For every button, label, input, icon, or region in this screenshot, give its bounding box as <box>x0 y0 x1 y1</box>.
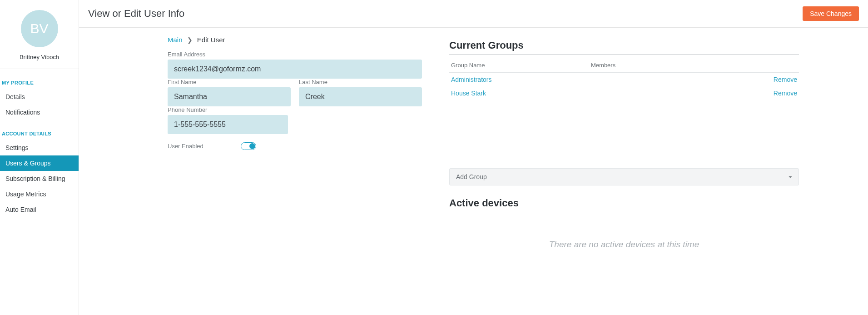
email-field[interactable] <box>168 60 422 79</box>
active-devices-title: Active devices <box>449 194 799 209</box>
sidebar-item-settings[interactable]: Settings <box>0 140 79 155</box>
breadcrumb-current: Edit User <box>197 36 225 44</box>
sidebar-item-users-groups[interactable]: Users & Groups <box>0 155 79 171</box>
add-group-label: Add Group <box>456 173 487 180</box>
sidebar-item-usage-metrics[interactable]: Usage Metrics <box>0 186 79 202</box>
group-link[interactable]: House Stark <box>451 90 486 97</box>
sidebar-item-subscription-billing[interactable]: Subscription & Billing <box>0 171 79 186</box>
sidebar-item-details[interactable]: Details <box>0 89 79 105</box>
toggle-knob-icon <box>249 143 255 149</box>
avatar: BV <box>21 10 58 47</box>
phone-field[interactable] <box>168 115 288 134</box>
save-button[interactable]: Save Changes <box>803 6 859 21</box>
topbar: View or Edit User Info Save Changes <box>79 0 868 28</box>
main: View or Edit User Info Save Changes Main… <box>79 0 868 315</box>
groups-col-members: Members <box>589 59 799 73</box>
breadcrumb: Main ❯ Edit User <box>168 36 422 44</box>
profile-name: Brittney Viboch <box>0 54 79 60</box>
chevron-right-icon: ❯ <box>187 36 193 44</box>
groups-table: Group Name Members Administrators Remove… <box>449 59 799 100</box>
breadcrumb-root[interactable]: Main <box>168 36 183 44</box>
sidebar-item-notifications[interactable]: Notifications <box>0 105 79 120</box>
chevron-down-icon <box>789 176 792 178</box>
page-title: View or Edit User Info <box>88 8 184 20</box>
sidebar-item-auto-email[interactable]: Auto Email <box>0 202 79 217</box>
table-row: House Stark Remove <box>449 86 799 100</box>
current-groups-title: Current Groups <box>449 36 799 51</box>
group-link[interactable]: Administrators <box>451 76 491 83</box>
email-label: Email Address <box>168 51 422 58</box>
first-name-field[interactable] <box>168 87 291 106</box>
remove-link[interactable]: Remove <box>774 76 797 83</box>
sidebar: BV Brittney Viboch MY PROFILE Details No… <box>0 0 79 315</box>
user-enabled-toggle[interactable] <box>241 142 256 150</box>
phone-label: Phone Number <box>168 106 288 113</box>
user-enabled-label: User Enabled <box>168 143 203 150</box>
remove-link[interactable]: Remove <box>774 90 797 97</box>
groups-col-name: Group Name <box>449 59 589 73</box>
table-row: Administrators Remove <box>449 73 799 87</box>
sidebar-section-account-details: ACCOUNT DETAILS <box>0 120 79 140</box>
last-name-label: Last Name <box>299 79 422 85</box>
devices-empty-text: There are no active devices at this time <box>449 217 799 272</box>
sidebar-section-my-profile: MY PROFILE <box>0 69 79 89</box>
last-name-field[interactable] <box>299 87 422 106</box>
add-group-dropdown[interactable]: Add Group <box>449 168 799 185</box>
first-name-label: First Name <box>168 79 291 85</box>
